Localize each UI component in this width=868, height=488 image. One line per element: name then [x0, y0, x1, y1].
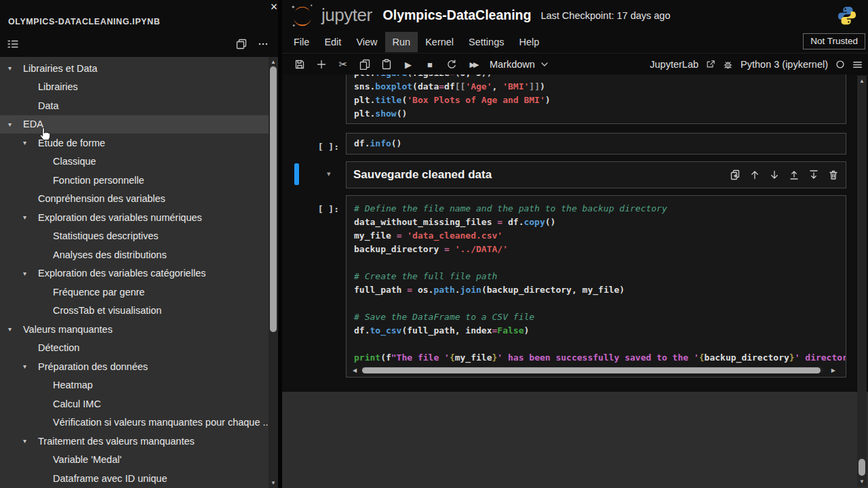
toc-item[interactable]: Fréquence par genre — [0, 283, 278, 302]
toc-item-label: Fréquence par genre — [53, 287, 144, 298]
toc-item[interactable]: ▾Traitement des valeurs manquantes — [0, 432, 278, 451]
scroll-up-icon[interactable]: ▲ — [269, 58, 278, 66]
collapse-arrow-icon[interactable]: ▾ — [23, 214, 38, 221]
collapse-all-icon[interactable] — [236, 39, 247, 49]
toc-item[interactable]: Analyses des distributions — [0, 245, 278, 264]
scroll-down-icon[interactable]: ▼ — [857, 478, 867, 486]
toc-item[interactable]: Vérification si valeurs manquantes pour … — [0, 413, 278, 432]
close-icon[interactable]: × — [267, 0, 281, 14]
code-line: my_file = 'data_cleaned.csv' — [354, 229, 838, 243]
notebook-scrollbar[interactable]: ▲ ▼ — [857, 76, 867, 487]
insert-cell-button[interactable] — [311, 56, 332, 73]
code-cell: plt.figure(figsize=(8, 5))sns.boxplot(da… — [282, 75, 846, 124]
sidebar-scrollbar-thumb[interactable] — [270, 66, 277, 332]
cell-editor[interactable]: Sauvegarde cleaned data — [346, 161, 846, 188]
notebook-scrollbar-thumb[interactable] — [859, 459, 865, 476]
sidebar-scrollbar[interactable]: ▲ ▼ — [269, 57, 278, 488]
cell-editor[interactable]: # Define the file name and the path to t… — [346, 195, 846, 378]
menu-run[interactable]: Run — [385, 32, 418, 52]
markdown-heading: Sauvegarde cleaned data — [353, 168, 492, 182]
last-checkpoint-label: Last Checkpoint: 17 days ago — [540, 10, 670, 21]
code-cell: [ ]:df.info() — [282, 133, 846, 155]
save-button[interactable] — [289, 56, 311, 73]
collapse-arrow-icon[interactable]: ▾ — [8, 121, 23, 128]
interrupt-kernel-button[interactable]: ■ — [419, 56, 441, 73]
toc-item[interactable]: ▾Préparation des données — [0, 357, 278, 376]
collapse-arrow-icon[interactable]: ▾ — [8, 325, 23, 333]
table-of-contents-icon[interactable] — [7, 38, 19, 50]
toc-item[interactable]: Classique — [0, 152, 278, 171]
collapse-arrow-icon[interactable]: ▾ — [23, 270, 38, 277]
cell-editor[interactable]: plt.figure(figsize=(8, 5))sns.boxplot(da… — [346, 75, 846, 124]
toc-item[interactable]: Heatmap — [0, 376, 278, 395]
jupyter-wordmark: jupyter — [321, 5, 372, 26]
toc-item-label: Conpréhension des variables — [38, 193, 165, 204]
toc-item[interactable]: Variable 'Medal' — [0, 451, 278, 470]
toc-item[interactable]: Data — [0, 96, 278, 115]
toc-item[interactable]: ▾Librairies et Data — [0, 59, 278, 78]
toc-item[interactable]: CrossTab et visualisation — [0, 302, 278, 321]
collapse-arrow-icon[interactable]: ▾ — [8, 64, 23, 72]
move-cell-up-icon[interactable] — [749, 169, 760, 180]
move-cell-down-icon[interactable] — [769, 169, 780, 180]
insert-cell-below-icon[interactable] — [808, 169, 819, 180]
menu-edit[interactable]: Edit — [317, 32, 349, 52]
menu-kernel[interactable]: Kernel — [418, 32, 461, 52]
cell-horizontal-scrollbar[interactable]: ◀▶ — [354, 366, 838, 374]
toc-item-label: Préparation des données — [38, 361, 148, 372]
restart-kernel-button[interactable] — [441, 56, 462, 73]
toc-item[interactable]: Statistiques descriptives — [0, 227, 278, 246]
toc-item[interactable]: Conpréhension des variables — [0, 190, 278, 209]
menu-file[interactable]: File — [286, 32, 317, 52]
cut-cells-button[interactable]: ✂ — [332, 56, 354, 73]
run-cell-button[interactable]: ▶ — [397, 56, 419, 73]
not-trusted-button[interactable]: Not Trusted — [803, 33, 865, 49]
toc-item[interactable]: ▾Exploration des variables numériques — [0, 208, 278, 227]
code-line: print(f"The file '{my_file}' has been su… — [354, 351, 838, 365]
toc-item[interactable]: ▾Exploration des variables catégorielles — [0, 264, 278, 283]
toc-item-label: Variable 'Medal' — [53, 454, 121, 465]
hamburger-menu-icon[interactable] — [852, 60, 863, 70]
scroll-up-icon[interactable]: ▲ — [857, 77, 867, 85]
debugger-bug-icon[interactable] — [723, 60, 733, 70]
more-options-icon[interactable] — [258, 39, 269, 49]
toc-item[interactable]: Calcul IMC — [0, 394, 278, 413]
insert-cell-above-icon[interactable] — [789, 169, 800, 180]
cell-collapser-icon[interactable]: ▾ — [327, 169, 331, 178]
toc-item-label: CrossTab et visualisation — [53, 305, 161, 316]
collapse-arrow-icon[interactable]: ▾ — [23, 437, 38, 445]
notebook-title: Olympics-DataCleaning — [383, 7, 532, 23]
cell-type-dropdown[interactable]: Markdown — [490, 59, 548, 70]
toc-item-label: Vérification si valeurs manquantes pour … — [53, 417, 271, 428]
toc-item[interactable]: Dataframe avec ID unique — [0, 469, 278, 488]
toc-item[interactable]: ▾Valeurs manquantes — [0, 320, 278, 339]
scroll-left-icon[interactable]: ◀ — [353, 367, 357, 373]
scroll-down-icon[interactable]: ▼ — [269, 479, 278, 487]
scroll-right-icon[interactable]: ▶ — [831, 367, 835, 373]
cell-prompt: [ ]: — [282, 195, 346, 378]
external-link-icon[interactable] — [706, 60, 715, 69]
mouse-cursor-hand-icon — [37, 126, 53, 142]
jupyterlab-link[interactable]: JupyterLab — [650, 59, 698, 70]
delete-cell-icon[interactable] — [828, 169, 839, 180]
toc-item[interactable]: Détection — [0, 339, 278, 358]
collapse-arrow-icon[interactable]: ▾ — [23, 139, 38, 146]
cell-type-value: Markdown — [490, 59, 535, 70]
collapse-arrow-icon[interactable]: ▾ — [23, 363, 38, 370]
restart-run-all-button[interactable]: ▶▶ — [462, 56, 484, 73]
top-bar: jupyter Olympics-DataCleaning Last Check… — [282, 0, 868, 30]
menu-settings[interactable]: Settings — [461, 32, 511, 52]
cell-editor[interactable]: df.info() — [346, 133, 846, 155]
menu-view[interactable]: View — [349, 32, 384, 52]
paste-cells-button[interactable] — [376, 56, 397, 73]
copy-cells-button[interactable] — [354, 56, 376, 73]
toc-item[interactable]: Librairies — [0, 78, 278, 97]
duplicate-cell-icon[interactable] — [730, 169, 741, 180]
kernel-status-icon[interactable] — [835, 60, 845, 69]
h-scrollbar-thumb[interactable] — [362, 367, 821, 373]
kernel-name[interactable]: Python 3 (ipykernel) — [741, 59, 828, 70]
menu-help[interactable]: Help — [511, 32, 547, 52]
jupyterlab-window: OLYMPICS-DATACLEANING.IPYNB ▾Librairies … — [0, 0, 868, 488]
toc-item[interactable]: Fonction personnelle — [0, 171, 278, 190]
cell-prompt — [282, 161, 346, 188]
